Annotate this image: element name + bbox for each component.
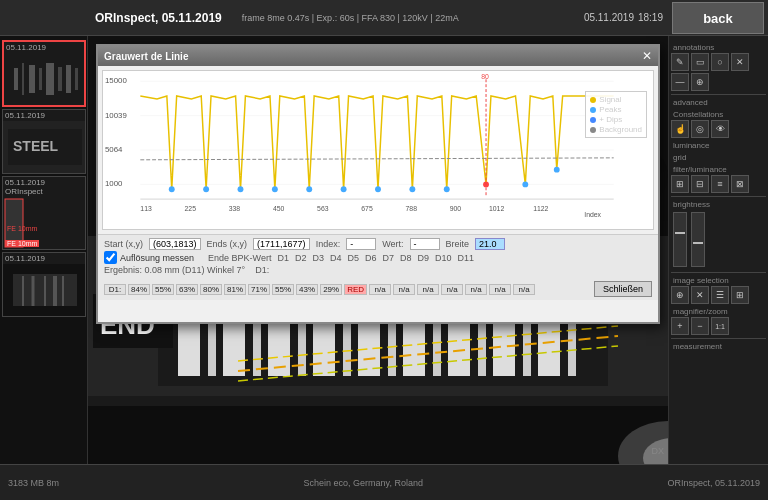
image-selection-icons: ⊕ ✕ ☰ ⊞	[671, 286, 766, 304]
select-icon-3[interactable]: ☰	[711, 286, 729, 304]
result-v6: 71%	[248, 284, 270, 295]
circle-icon[interactable]: ○	[711, 53, 729, 71]
result-v2: 55%	[152, 284, 174, 295]
auflosung-label: Auflösung messen	[120, 253, 194, 263]
breite-value: 21.0	[475, 238, 505, 250]
magnifier-icons: + − 1:1	[671, 317, 766, 335]
bottom-bar: 3183 MB 8m Schein eco, Germany, Roland O…	[0, 464, 768, 500]
svg-point-85	[409, 186, 415, 192]
svg-text:563: 563	[317, 205, 329, 212]
auflosung-checkbox[interactable]: Auflösung messen	[104, 251, 194, 264]
brand-info: Schein eco, Germany, Roland	[69, 478, 657, 488]
col-header-d8: D8	[400, 253, 412, 263]
result-v11: n/a	[369, 284, 391, 295]
svg-rect-6	[58, 67, 62, 91]
col-header-d9: D9	[418, 253, 430, 263]
file-size: 3183 MB 8m	[8, 478, 59, 488]
background-label: Background	[599, 125, 642, 134]
svg-text:Index: Index	[584, 211, 601, 218]
filter-icon-4[interactable]: ⊠	[731, 175, 749, 193]
svg-point-83	[341, 186, 347, 192]
zoom-in-icon[interactable]: +	[671, 317, 689, 335]
d1-label: D1:	[255, 265, 269, 275]
thumb-image-2: STEEL	[3, 121, 85, 173]
col-header-d3: D3	[312, 253, 324, 263]
zoom-out-icon[interactable]: −	[691, 317, 709, 335]
svg-text:788: 788	[406, 205, 418, 212]
grid-label: grid	[671, 153, 766, 162]
back-button[interactable]: back	[672, 2, 764, 34]
rect-icon[interactable]: ▭	[691, 53, 709, 71]
svg-rect-3	[29, 65, 35, 93]
filter-icon-1[interactable]: ⊞	[671, 175, 689, 193]
measurement-label: measurement	[671, 342, 766, 351]
thumb-item-4[interactable]: 05.11.2019	[2, 252, 86, 317]
zoom-fit-icon[interactable]: 1:1	[711, 317, 729, 335]
line-icon[interactable]: —	[671, 73, 689, 91]
brightness-slider-2[interactable]	[691, 212, 705, 267]
select-icon-4[interactable]: ⊞	[731, 286, 749, 304]
dx-indicator: DX	[651, 446, 664, 456]
thumb-badge: FE 10mm	[5, 240, 39, 247]
svg-text:1000: 1000	[105, 179, 123, 188]
view-icon[interactable]: 👁	[711, 120, 729, 138]
result-v3: 63%	[176, 284, 198, 295]
select-icon-1[interactable]: ⊕	[671, 286, 689, 304]
select-icon-2[interactable]: ✕	[691, 286, 709, 304]
target-icon[interactable]: ◎	[691, 120, 709, 138]
thumb-item-3[interactable]: 05.11.2019ORInspect FE 10mm FE 10mm	[2, 176, 86, 250]
start-value: (603,1813)	[149, 238, 201, 250]
result-v1: 84%	[128, 284, 150, 295]
result-v16: n/a	[489, 284, 511, 295]
svg-point-79	[203, 186, 209, 192]
col-header-d5: D5	[347, 253, 359, 263]
constellations-label: Constellations	[671, 110, 766, 119]
wert-label: Wert:	[382, 239, 403, 249]
graph-dialog: Grauwert de Linie ✕ 15000 10039 5064 100…	[96, 44, 660, 324]
graph-dialog-title: Grauwert de Linie	[104, 51, 188, 62]
graph-area: 15000 10039 5064 1000 113 225 338 450 56…	[102, 70, 654, 230]
svg-text:10039: 10039	[105, 111, 127, 120]
thumb-image-1	[4, 53, 84, 105]
svg-point-84	[375, 186, 381, 192]
col-header-d2: D2	[295, 253, 307, 263]
svg-point-86	[444, 186, 450, 192]
graph-info-row-1: Start (x,y) (603,1813) Ends (x,y) (1711,…	[104, 238, 652, 250]
left-sidebar: 05.11.2019 05.11.2019 STEEL	[0, 36, 88, 464]
brightness-slider-1[interactable]	[673, 212, 687, 267]
breite-label: Breite	[446, 239, 470, 249]
measure-icon[interactable]: ⊕	[691, 73, 709, 91]
dips-label: + Dips	[599, 115, 622, 124]
result-v9: 29%	[320, 284, 342, 295]
svg-rect-8	[75, 68, 78, 90]
slider-2-container	[691, 212, 705, 267]
graph-legend: Signal Peaks + Dips Background	[585, 91, 647, 138]
filter-icon-2[interactable]: ⊟	[691, 175, 709, 193]
filter-label: filter/luminance	[671, 165, 766, 174]
graph-dialog-titlebar[interactable]: Grauwert de Linie ✕	[98, 46, 658, 66]
thumb-item-2[interactable]: 05.11.2019 STEEL	[2, 109, 86, 174]
filter-icon-3[interactable]: ≡	[711, 175, 729, 193]
result-v5: 81%	[224, 284, 246, 295]
result-v15: n/a	[465, 284, 487, 295]
result-v7: 55%	[272, 284, 294, 295]
annotations-icons: ✎ ▭ ○ ✕ — ⊕	[671, 53, 766, 91]
end-label: Ends (x,y)	[207, 239, 248, 249]
svg-point-81	[272, 186, 278, 192]
col-header-d11: D11	[458, 253, 475, 263]
auflosung-check[interactable]	[104, 251, 117, 264]
pencil-icon[interactable]: ✎	[671, 53, 689, 71]
thumb-item-1[interactable]: 05.11.2019	[2, 40, 86, 107]
hand-icon[interactable]: ☝	[671, 120, 689, 138]
cross-icon[interactable]: ✕	[731, 53, 749, 71]
thumb-label-2: 05.11.2019	[3, 110, 85, 121]
index-label: Index:	[316, 239, 341, 249]
schliesen-button[interactable]: Schließen	[594, 281, 652, 297]
main-area: END DX Grauwert de Linie	[88, 36, 668, 464]
col-header-d4: D4	[330, 253, 342, 263]
svg-rect-49	[88, 406, 668, 464]
graph-dialog-close-button[interactable]: ✕	[642, 49, 652, 63]
brightness-label: brightness	[671, 200, 766, 209]
col-header-bpk: Ende BPK-Wert	[208, 253, 271, 263]
svg-point-80	[238, 186, 244, 192]
